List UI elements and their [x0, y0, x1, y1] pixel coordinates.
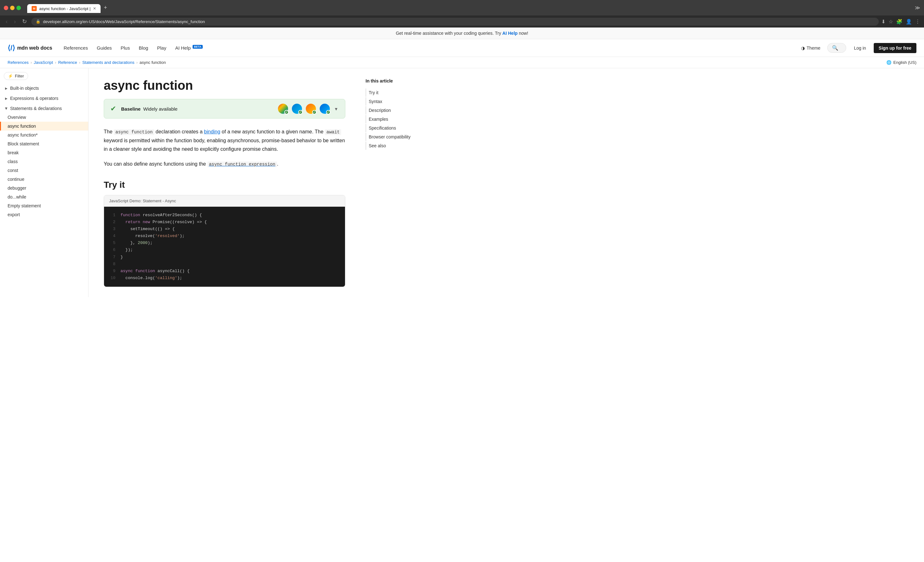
- async-expr-code: async function expression: [207, 162, 277, 167]
- filter-label: Filter: [15, 73, 24, 78]
- profile-icon[interactable]: 👤: [906, 19, 912, 25]
- arrow-icon-statements: ▶: [5, 107, 8, 110]
- sidebar-item-continue[interactable]: continue: [0, 175, 88, 184]
- await-code: await: [325, 129, 341, 135]
- breadcrumb-sep-3: ›: [79, 60, 80, 65]
- toc-item-see-also[interactable]: See also: [366, 142, 431, 150]
- line-code-4: resolve('resolved');: [120, 233, 184, 240]
- theme-icon: ◑: [801, 45, 805, 51]
- forward-button[interactable]: ›: [12, 18, 18, 25]
- toc-item-syntax[interactable]: Syntax: [366, 97, 431, 106]
- line-num-7: 7: [109, 254, 116, 261]
- sidebar-item-break[interactable]: break: [0, 148, 88, 157]
- toc-sidebar: In this article Try it Syntax Descriptio…: [360, 68, 436, 297]
- async-function-expression-link[interactable]: async function expression: [207, 161, 277, 166]
- mdn-logo[interactable]: ⟨/⟩ mdn web docs: [8, 44, 52, 52]
- header-right: ◑ Theme 🔍 Log in Sign up for free: [798, 43, 916, 53]
- browser-titlebar: M async function - JavaScript | ✕ + ≫: [0, 0, 924, 15]
- tab-close-button[interactable]: ✕: [93, 6, 96, 11]
- baseline-expand-button[interactable]: ▾: [334, 105, 339, 113]
- nav-references[interactable]: References: [60, 43, 92, 53]
- url-text: developer.allizom.org/en-US/docs/Web/Jav…: [43, 19, 874, 24]
- nav-guides[interactable]: Guides: [93, 43, 116, 53]
- safari-check: ✓: [326, 110, 330, 114]
- chrome-browser-icon: ✓: [278, 104, 288, 114]
- tab-extension-area: ≫: [915, 5, 920, 11]
- active-tab[interactable]: M async function - JavaScript | ✕: [27, 4, 100, 13]
- sidebar-item-class[interactable]: class: [0, 157, 88, 166]
- firefox-browser-icon: ✓: [306, 104, 316, 114]
- theme-toggle-button[interactable]: ◑ Theme: [798, 43, 824, 52]
- browser-window-controls: [4, 6, 21, 10]
- lock-icon: 🔒: [36, 19, 40, 24]
- extension-icon[interactable]: 🧩: [896, 19, 903, 25]
- banner-ai-help-link[interactable]: AI Help: [502, 31, 518, 36]
- code-line-10: 10 console.log('calling');: [109, 275, 340, 282]
- sidebar-section-label-builtin: Built-in objects: [10, 85, 39, 91]
- download-icon[interactable]: ⬇: [881, 19, 885, 25]
- banner-suffix: now!: [519, 31, 528, 36]
- login-button[interactable]: Log in: [850, 43, 870, 52]
- toc-item-description[interactable]: Description: [366, 106, 431, 114]
- bookmark-icon[interactable]: ☆: [889, 19, 893, 25]
- line-code-10: console.log('calling');: [120, 275, 182, 282]
- sidebar-item-async-function[interactable]: async function: [0, 122, 88, 130]
- sidebar-item-block[interactable]: Block statement: [0, 139, 88, 148]
- toc-item-specifications[interactable]: Specifications: [366, 124, 431, 132]
- toc-title: In this article: [366, 78, 431, 84]
- baseline-text: Baseline Widely available: [121, 106, 177, 112]
- nav-plus[interactable]: Plus: [117, 43, 134, 53]
- new-tab-button[interactable]: +: [100, 3, 110, 13]
- beta-badge: BETA: [193, 45, 203, 49]
- menu-icon[interactable]: ⋮: [915, 19, 920, 25]
- breadcrumb-sep-4: ›: [136, 60, 138, 65]
- toc-item-browser-compat[interactable]: Browser compatibility: [366, 133, 431, 141]
- line-num-6: 6: [109, 247, 116, 253]
- sidebar-item-dowhile[interactable]: do...while: [0, 192, 88, 201]
- reload-button[interactable]: ↻: [20, 17, 29, 25]
- toc-item-tryit[interactable]: Try it: [366, 88, 431, 97]
- close-window-button[interactable]: [4, 6, 8, 10]
- sidebar-section-header-builtin[interactable]: ▶ Built-in objects: [0, 84, 88, 93]
- breadcrumb-javascript[interactable]: JavaScript: [34, 60, 53, 65]
- line-num-3: 3: [109, 226, 116, 233]
- signup-button[interactable]: Sign up for free: [874, 43, 916, 53]
- browser-tabs: M async function - JavaScript | ✕ +: [27, 3, 110, 13]
- nav-play[interactable]: Play: [153, 43, 170, 53]
- sidebar: ⚡ Filter ▶ Built-in objects ▶ Expression…: [0, 68, 88, 297]
- minimize-window-button[interactable]: [10, 6, 15, 10]
- sidebar-item-export[interactable]: export: [0, 210, 88, 219]
- nav-blog[interactable]: Blog: [135, 43, 152, 53]
- arrow-icon: ▶: [5, 87, 8, 90]
- breadcrumb-references[interactable]: References: [8, 60, 28, 65]
- language-selector-button[interactable]: 🌐 English (US): [886, 60, 916, 65]
- nav-ai-help[interactable]: AI Help BETA: [171, 43, 207, 53]
- filter-button[interactable]: ⚡ Filter: [4, 72, 28, 80]
- breadcrumb-reference[interactable]: Reference: [58, 60, 77, 65]
- sidebar-section-header-expressions[interactable]: ▶ Expressions & operators: [0, 94, 88, 103]
- sidebar-filter-area: ⚡ Filter: [4, 72, 84, 80]
- line-num-10: 10: [109, 275, 116, 282]
- url-bar[interactable]: 🔒 developer.allizom.org/en-US/docs/Web/J…: [31, 18, 879, 25]
- binding-link[interactable]: binding: [204, 129, 220, 134]
- code-line-3: 3 setTimeout(() => {: [109, 226, 340, 233]
- line-code-6: });: [120, 247, 133, 253]
- line-num-8: 8: [109, 261, 116, 268]
- sidebar-item-debugger[interactable]: debugger: [0, 184, 88, 192]
- toc-item-examples[interactable]: Examples: [366, 115, 431, 123]
- breadcrumb-statements[interactable]: Statements and declarations: [82, 60, 134, 65]
- page-title: async function: [104, 78, 345, 93]
- intro2-end: .: [277, 161, 278, 166]
- mdn-logo-text: mdn web docs: [17, 45, 52, 51]
- code-line-6: 6 });: [109, 247, 340, 253]
- back-button[interactable]: ‹: [4, 18, 9, 25]
- sidebar-section-header-statements[interactable]: ▶ Statements & declarations: [0, 104, 88, 113]
- filter-icon: ⚡: [8, 73, 13, 78]
- sidebar-item-overview[interactable]: Overview: [0, 113, 88, 122]
- sidebar-item-async-function-gen[interactable]: async function*: [0, 130, 88, 139]
- search-button[interactable]: 🔍: [827, 43, 846, 53]
- maximize-window-button[interactable]: [16, 6, 21, 10]
- line-num-4: 4: [109, 233, 116, 240]
- sidebar-item-empty[interactable]: Empty statement: [0, 201, 88, 210]
- sidebar-item-const[interactable]: const: [0, 166, 88, 175]
